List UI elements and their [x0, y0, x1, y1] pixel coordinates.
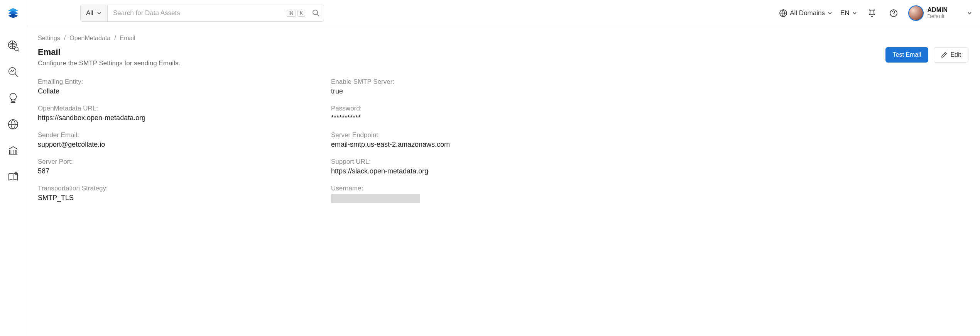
field-label: Server Endpoint: — [331, 131, 601, 139]
field-value-support-url: https://slack.open-metadata.org — [331, 167, 601, 175]
search-input[interactable] — [108, 9, 287, 17]
field-value-server-port: 587 — [38, 167, 308, 175]
page-title: Email — [38, 47, 180, 57]
field-label: Emailing Entity: — [38, 78, 308, 86]
governance-icon[interactable] — [5, 116, 22, 133]
field-value-server-endpoint: email-smtp.us-east-2.amazonaws.com — [331, 141, 601, 149]
help-icon[interactable] — [887, 6, 901, 20]
chevron-down-icon — [96, 10, 102, 16]
field-value-transport-strategy: SMTP_TLS — [38, 194, 308, 202]
domain-label: All Domains — [790, 9, 825, 17]
field-label: Support URL: — [331, 158, 601, 166]
globe-icon — [779, 9, 787, 17]
field-value-emailing-entity: Collate — [38, 87, 308, 95]
kbd-k: K — [297, 10, 305, 17]
search-shortcut: ⌘ K — [287, 10, 305, 17]
user-role: Default — [928, 14, 948, 19]
avatar — [908, 5, 924, 21]
field-label: Username: — [331, 185, 601, 192]
svg-point-5 — [313, 10, 318, 15]
field-label: Enable SMTP Server: — [331, 78, 601, 86]
breadcrumb-sep: / — [64, 35, 66, 42]
notifications-icon[interactable] — [865, 6, 879, 20]
search-category-label: All — [86, 9, 93, 17]
data-discovery-icon[interactable] — [5, 63, 22, 80]
page-subtitle: Configure the SMTP Settings for sending … — [38, 59, 180, 67]
field-label: Server Port: — [38, 158, 308, 166]
field-label: Password: — [331, 105, 601, 112]
kbd-cmd: ⌘ — [287, 10, 296, 17]
svg-point-1 — [14, 47, 18, 51]
field-value-openmetadata-url: https://sandbox.open-metadata.org — [38, 114, 308, 122]
edit-button-label: Edit — [950, 51, 961, 58]
breadcrumb-link-settings[interactable]: Settings — [38, 35, 60, 42]
left-sidebar — [0, 0, 26, 336]
breadcrumb: Settings / OpenMetadata / Email — [38, 35, 968, 42]
domain-selector[interactable]: All Domains — [779, 9, 833, 17]
chevron-down-icon — [852, 10, 857, 16]
catalog-icon[interactable] — [5, 142, 22, 159]
field-value-enable-smtp: true — [331, 87, 601, 95]
field-value-username — [331, 194, 601, 205]
language-selector[interactable]: EN — [840, 9, 857, 17]
search-group: All ⌘ K — [80, 5, 324, 22]
chevron-down-icon — [967, 10, 972, 16]
test-email-button[interactable]: Test Email — [885, 47, 929, 63]
field-label: Sender Email: — [38, 131, 308, 139]
chevron-down-icon — [827, 10, 833, 16]
pencil-icon — [941, 52, 947, 58]
topbar: All ⌘ K All Domains — [26, 0, 980, 26]
field-value-sender-email: support@getcollate.io — [38, 141, 308, 149]
breadcrumb-current: Email — [120, 35, 135, 42]
settings-grid: Emailing Entity: Collate OpenMetadata UR… — [38, 78, 601, 205]
field-label: Transportation Strategy: — [38, 185, 308, 192]
insights-icon[interactable] — [5, 90, 22, 107]
knowledge-icon[interactable] — [5, 168, 22, 185]
explore-global-icon[interactable] — [5, 37, 22, 54]
language-label: EN — [840, 9, 850, 17]
search-category-dropdown[interactable]: All — [81, 5, 108, 21]
search-icon[interactable] — [308, 9, 324, 17]
user-menu[interactable]: ADMIN Default — [908, 5, 972, 21]
breadcrumb-sep: / — [114, 35, 116, 42]
edit-button[interactable]: Edit — [934, 47, 968, 63]
field-value-password: *********** — [331, 114, 601, 122]
user-name: ADMIN — [928, 7, 948, 14]
field-label: OpenMetadata URL: — [38, 105, 308, 112]
app-logo[interactable] — [5, 5, 22, 22]
redacted-username — [331, 194, 420, 203]
breadcrumb-link-openmetadata[interactable]: OpenMetadata — [69, 35, 110, 42]
